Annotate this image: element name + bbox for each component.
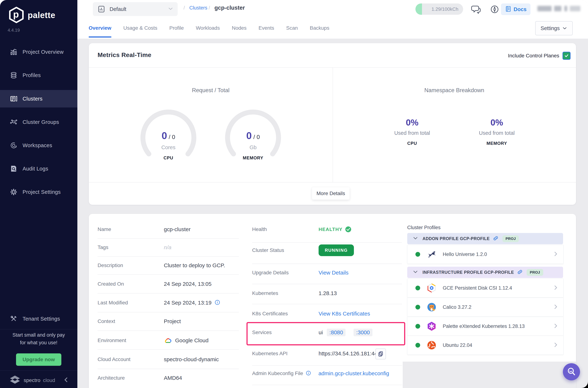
request-total-title: Request / Total [89,87,333,94]
chevron-down-icon [168,7,173,11]
namespace-breakdown-title: Namespace Breakdown [333,87,576,94]
sidebar-item-project-overview[interactable]: Project Overview [0,43,77,61]
detail-row-environment: Environment Google Cloud [98,337,208,344]
service-port-8080-link[interactable]: :8080 [327,329,345,336]
breadcrumb-clusters-link[interactable]: Clusters [189,5,207,11]
environment-value: Google Cloud [175,337,208,343]
chat-icon[interactable] [471,4,481,15]
row-divider [252,284,402,284]
collapse-sidebar-chevron-left-icon[interactable] [63,376,69,384]
status-dot-green [415,324,420,329]
search-fab-button[interactable] [563,363,580,380]
include-control-planes-checkbox[interactable] [563,52,570,60]
tab-scan[interactable]: Scan [286,18,298,38]
gear-icon [9,188,18,196]
chevron-right-icon [553,323,558,330]
status-dot-green [415,305,420,310]
tab-nodes[interactable]: Nodes [232,18,247,38]
book-icon [505,6,512,13]
profile-item-palette-extended-kubernetes[interactable]: Palette eXtended Kubernetes 1.28.13 [407,317,564,336]
ubuntu-icon [426,340,437,350]
detail-row-created-on: Created On 24 Sep 2024, 13:05 [98,280,211,288]
tab-workloads[interactable]: Workloads [196,18,220,38]
profile-item-calico[interactable]: Calico 3.27.2 [407,298,564,316]
namespace-cpu-label: CPU [383,141,441,146]
screenshot-stage: p palette 4.4.19 Project Overview P [0,0,588,388]
docs-button[interactable]: Docs [501,3,530,15]
sidebar-item-audit-logs[interactable]: Audit Logs [0,160,77,177]
audit-log-icon [9,165,18,173]
user-name-redacted [564,6,567,11]
info-icon[interactable] [306,370,311,377]
health-value: HEALTHY [318,227,342,232]
infrastructure-profile-group-header[interactable]: INFRASTRUCTURE PROFILE GCP-PROFILE PROJ [407,267,563,278]
cluster-profiles-title: Cluster Profiles [407,225,441,230]
sidebar-item-project-settings[interactable]: Project Settings [0,183,77,201]
palette-app-window: p palette 4.4.19 Project Overview P [0,0,588,388]
detail-row-last-modified: Last Modified 24 Sep 2024, 13:19 [98,299,220,307]
compass-icon[interactable] [489,4,500,15]
running-status-pill: RUNNING [318,244,354,256]
detail-row-context: Context Project [98,317,181,325]
sidebar-item-workspaces[interactable]: Workspaces [0,137,77,154]
cluster-name-value: gcp-cluster [164,226,191,232]
project-scope-icon [97,5,106,13]
user-name-redacted [554,6,562,11]
view-details-link[interactable]: View Details [318,270,349,276]
namespace-memory-caption: Used from total [468,130,526,136]
profile-item-gce-persistent-disk[interactable]: GCE Persistent Disk CSI 1.12.4 [407,279,564,297]
memory-gauge: 0 / 0 Gb MEMORY [224,108,282,167]
chevron-right-icon [553,304,558,311]
project-selector-value: Default [110,6,126,12]
bar-chart-icon [9,48,18,56]
memory-used-value: 0 [246,130,252,141]
profile-item-hello-universe[interactable]: Hello Universe 1.2.0 [407,245,564,264]
cpu-separator: / [167,134,172,140]
network-icon [9,118,18,126]
description-value: Cluster to deploy to GCP. [164,262,225,268]
cpu-total-value: 0 [172,134,175,140]
tab-backups[interactable]: Backups [310,18,329,38]
sidebar-item-cluster-groups[interactable]: Cluster Groups [0,113,77,131]
hello-universe-icon [426,249,437,260]
view-k8s-certificates-link[interactable]: View K8s Certificates [318,311,370,317]
project-selector-dropdown[interactable]: Default [93,2,178,16]
architecture-value: AMD64 [164,375,182,381]
footer-brand-primary: spectro [24,377,40,383]
check-circle-icon [345,226,352,233]
sidebar-item-profiles[interactable]: Profiles [0,67,77,84]
tab-events[interactable]: Events [258,18,274,38]
sidebar-item-tenant-settings[interactable]: Tenant Settings [0,310,77,328]
kubeconfig-download-link[interactable]: admin.gcp-cluster.kubeconfig [318,370,389,377]
addon-profile-group-header[interactable]: ADDON PROFILE GCP-PROFILE PROJ [407,233,563,244]
info-icon[interactable] [214,299,220,306]
profile-item-ubuntu[interactable]: Ubuntu 22.04 [407,336,564,355]
upgrade-now-button[interactable]: Upgrade now [16,353,61,366]
chevron-right-icon [553,285,558,291]
breadcrumb-separator: / [183,5,185,11]
tools-icon [9,315,18,323]
server-icon [9,95,18,103]
sidebar-item-clusters[interactable]: Clusters [0,90,77,107]
cluster-tabs: Overview Usage & Costs Profile Workloads… [89,18,329,38]
copy-icon[interactable] [375,348,386,359]
metrics-vertical-divider [333,68,333,182]
user-name-redacted[interactable] [537,6,552,11]
status-row-k8s-certificates: K8s Certificates View K8s Certificates [252,310,370,318]
tab-overview[interactable]: Overview [89,18,112,38]
service-port-3000-link[interactable]: :3000 [354,329,372,336]
status-row-health: Health HEALTHY [252,225,352,233]
tab-usage-costs[interactable]: Usage & Costs [123,18,158,38]
status-row-kubernetes: Kubernetes 1.28.13 [252,289,337,297]
memory-separator: / [252,134,257,140]
magnifier-smile-icon [566,367,577,377]
link-icon [517,269,523,275]
more-details-button[interactable]: More Details [312,187,350,200]
sidebar-footer-divider [0,370,77,371]
usage-quota-value: 1.29/100kCh [432,3,458,15]
kubernetes-api-value: https://34.54.126.181:443 [318,350,381,357]
chevron-down-icon [413,237,418,241]
tab-profile[interactable]: Profile [169,18,184,38]
status-dot-green [415,252,420,257]
settings-button[interactable]: Settings [535,21,573,35]
